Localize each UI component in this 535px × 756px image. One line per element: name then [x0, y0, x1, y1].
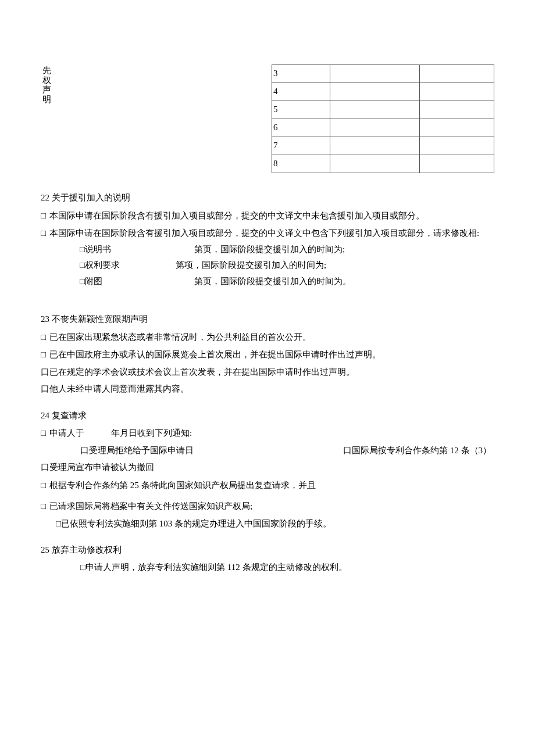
priority-table: 3 4 5 6 7 8 [272, 65, 494, 173]
priority-row-idx: 4 [272, 83, 330, 101]
s24-reexam-request: □根据专利合作条约第 25 条特此向国家知识产权局提出复查请求，并且 [41, 478, 494, 493]
s24-applicant-date: □申请人于年月日收到下列通知: [41, 425, 494, 441]
priority-cell[interactable] [330, 137, 420, 155]
s24-date-post: 年月日收到下列通知: [111, 428, 192, 438]
s24-file-text: 已请求国际局将档案中有关文件传送国家知识产权局; [49, 501, 252, 511]
s22-sub-claims[interactable]: □权利要求 [80, 258, 176, 273]
priority-cell[interactable] [330, 65, 420, 83]
priority-cell[interactable] [420, 119, 494, 137]
s22-option-2: □本国际申请在国际阶段含有援引加入项目或部分，提交的中文译文中包含下列援引加入项… [41, 225, 494, 241]
checkbox-icon[interactable]: □ [41, 425, 46, 440]
s24-file-request: □已请求国际局将档案中有关文件传送国家知识产权局; [41, 499, 494, 514]
s25-waiver: □申请人声明，放弃专利法实施细则第 112 条规定的主动修改的权利。 [41, 560, 494, 575]
priority-row-idx: 3 [272, 65, 330, 83]
s22-sub-claims-text: 第项，国际阶段提交援引加入的时间为; [176, 258, 494, 273]
s23-item-1: □已在国家出现紧急状态或者非常情况时，为公共利益目的首次公开。 [41, 329, 494, 345]
section-24-title: 24 复查请求 [41, 409, 494, 424]
priority-row-idx: 5 [272, 101, 330, 119]
priority-cell[interactable] [420, 101, 494, 119]
priority-cell[interactable] [330, 101, 420, 119]
section-22-title: 22 关于援引加入的说明 [41, 191, 494, 206]
priority-cell[interactable] [330, 119, 420, 137]
priority-cell[interactable] [330, 155, 420, 173]
section-23-title: 23 不丧失新颖性宽限期声明 [41, 312, 494, 327]
s23-item-2-text: 已在中国政府主办或承认的国际展览会上首次展出，并在提出国际申请时作出过声明。 [49, 350, 381, 359]
checkbox-icon[interactable]: □ [41, 208, 46, 223]
s22-option-1-text: 本国际申请在国际阶段含有援引加入项目或部分，提交的中文译文中未包含援引加入项目或… [49, 211, 425, 220]
checkbox-icon[interactable]: □ [41, 225, 46, 241]
checkbox-icon[interactable]: □ [41, 499, 46, 514]
s22-sub-drawings-text: 第页，国际阶段提交援引加入的时间为。 [176, 274, 494, 289]
priority-cell[interactable] [420, 83, 494, 101]
s24-notice-refuse: 口受理局拒绝给予国际申请日 [41, 443, 343, 458]
priority-cell[interactable] [420, 137, 494, 155]
s23-item-3: 口已在规定的学术会议或技术会议上首次发表，并在提出国际申请时作出过声明。 [41, 365, 494, 380]
s22-option-1: □本国际申请在国际阶段含有援引加入项目或部分，提交的中文译文中未包含援引加入项目… [41, 208, 494, 224]
s24-date-pre: 申请人于 [49, 428, 84, 438]
checkbox-icon[interactable]: □ [41, 478, 46, 493]
priority-row-idx: 6 [272, 119, 330, 137]
checkbox-icon[interactable]: □ [41, 329, 46, 345]
s23-item-1-text: 已在国家出现紧急状态或者非常情况时，为公共利益目的首次公开。 [49, 332, 311, 342]
s24-reexam-text: 根据专利合作条约第 25 条特此向国家知识产权局提出复查请求，并且 [49, 481, 316, 490]
s23-item-4: 口他人未经申请人同意而泄露其内容。 [41, 382, 494, 397]
s22-option-2-text: 本国际申请在国际阶段含有援引加入项目或部分，提交的中文译文中包含下列援引加入项目… [49, 228, 479, 238]
priority-cell[interactable] [420, 155, 494, 173]
priority-cell[interactable] [330, 83, 420, 101]
s24-notice-ib: 口国际局按专利合作条约第 12 条（3） [343, 443, 494, 458]
priority-vertical-label: 先权声明 [42, 66, 52, 104]
section-25-title: 25 放弃主动修改权利 [41, 543, 494, 558]
s24-proc-done: □已依照专利法实施细则第 103 条的规定办理进入中国国家阶段的手续。 [41, 517, 494, 532]
priority-cell[interactable] [420, 65, 494, 83]
priority-row-idx: 8 [272, 155, 330, 173]
checkbox-icon[interactable]: □ [41, 347, 46, 362]
priority-row-idx: 7 [272, 137, 330, 155]
s22-sub-spec-text: 第页，国际阶段提交援引加入的时间为; [176, 242, 494, 257]
s23-item-2: □已在中国政府主办或承认的国际展览会上首次展出，并在提出国际申请时作出过声明。 [41, 347, 494, 363]
s24-notice-withdrawn: 口受理局宣布申请被认为撤回 [41, 460, 494, 475]
s22-sub-drawings[interactable]: □附图 [80, 274, 176, 289]
s22-sub-spec[interactable]: □说明书 [80, 242, 176, 257]
